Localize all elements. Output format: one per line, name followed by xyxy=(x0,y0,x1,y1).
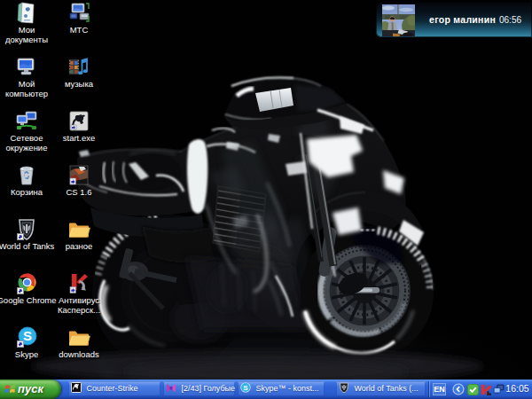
svg-text:S: S xyxy=(23,328,32,343)
svg-text:S: S xyxy=(243,384,248,392)
